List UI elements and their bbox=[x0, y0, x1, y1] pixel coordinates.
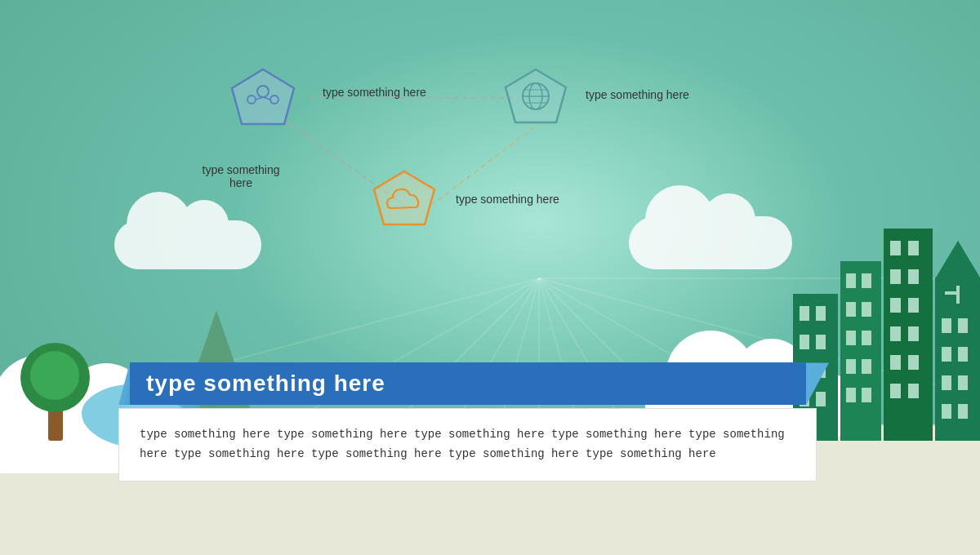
node-blue bbox=[229, 65, 298, 138]
bottom-section: type something here type something here … bbox=[118, 362, 829, 482]
svg-marker-15 bbox=[374, 171, 434, 224]
node-blue-label-right: type something here bbox=[323, 86, 426, 99]
node-blue-label-below: type something here bbox=[192, 163, 290, 189]
cloud-right bbox=[629, 216, 792, 269]
title-bar-right-accent bbox=[806, 362, 829, 405]
cloud-mid bbox=[114, 220, 261, 269]
title-text: type something here bbox=[146, 371, 385, 396]
node-teal-label-right: type something here bbox=[586, 88, 689, 101]
tower bbox=[935, 278, 980, 441]
title-bar: type something here bbox=[130, 362, 806, 405]
blue-pentagon-icon bbox=[229, 65, 298, 135]
tree-top bbox=[20, 343, 90, 412]
teal-pentagon-icon bbox=[502, 65, 569, 132]
node-orange-label-right: type something here bbox=[456, 193, 559, 206]
content-box: type something here type something here … bbox=[118, 408, 817, 482]
tree bbox=[20, 343, 90, 441]
building-2 bbox=[840, 261, 881, 441]
title-bar-left-accent bbox=[118, 362, 130, 405]
node-orange bbox=[371, 167, 438, 238]
building-3 bbox=[884, 229, 933, 441]
content-text: type something here type something here … bbox=[140, 425, 795, 464]
orange-pentagon-icon bbox=[371, 167, 438, 234]
node-teal bbox=[502, 65, 569, 135]
